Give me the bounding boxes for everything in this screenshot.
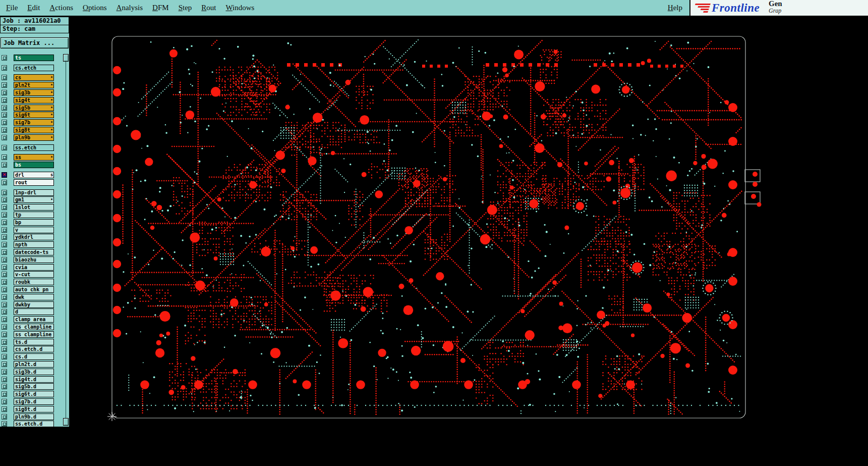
layer-row-sig7b.d[interactable]: sig7b.d	[0, 398, 63, 405]
layer-row-v[interactable]: v	[0, 226, 63, 234]
layer-name-button[interactable]: npth	[14, 241, 54, 248]
layer-row-cs.etch.d[interactable]: cs.etch.d	[0, 345, 63, 353]
layer-name-button[interactable]: ts.d	[14, 339, 54, 345]
layer-name-button[interactable]: tp	[14, 212, 54, 218]
layer-visibility-checkbox[interactable]	[2, 75, 7, 80]
layer-name-button[interactable]: sig5b.d	[14, 383, 54, 390]
layer-visibility-checkbox[interactable]	[2, 105, 7, 111]
layer-row-sig5b.d[interactable]: sig5b.d	[0, 383, 63, 390]
layer-name-button[interactable]: sig4t •	[14, 97, 54, 103]
layer-row-pln9b.d[interactable]: pln9b.d	[0, 413, 63, 421]
menu-item-file[interactable]: File	[6, 0, 18, 16]
layer-row-cs_clampline[interactable]: cs_clampline	[0, 323, 63, 331]
layer-visibility-checkbox[interactable]	[2, 309, 7, 315]
layer-name-button[interactable]: sig6t.d	[14, 391, 54, 397]
layer-row-sig6t[interactable]: sig6t •	[0, 112, 63, 119]
layer-row-ss.etch[interactable]: ss.etch	[0, 144, 63, 151]
layer-name-button[interactable]: sig4t.d	[14, 376, 54, 383]
scrollbar-top-thumb[interactable]	[63, 54, 69, 62]
layer-visibility-checkbox[interactable]	[2, 162, 7, 168]
layer-row-cs.d[interactable]: cs.d	[0, 353, 63, 360]
layer-name-button[interactable]: sig8t.d	[14, 406, 54, 412]
layer-name-button[interactable]: cs •	[14, 74, 54, 81]
layer-name-button[interactable]: drl s	[14, 172, 54, 178]
layer-name-button[interactable]: roubk	[14, 279, 54, 285]
menu-item-actions[interactable]: Actions	[49, 0, 73, 16]
layer-visibility-checkbox[interactable]	[2, 172, 7, 178]
layer-row-v-cut[interactable]: v-cut	[0, 271, 63, 279]
layer-name-button[interactable]: 1slot	[14, 204, 54, 211]
layer-row-ss.etch.d[interactable]: ss.etch.d	[0, 420, 63, 428]
menu-item-options[interactable]: Options	[83, 0, 107, 16]
layer-visibility-checkbox[interactable]	[2, 391, 7, 397]
layer-name-button[interactable]: datecode-ts	[14, 249, 54, 255]
layer-name-button[interactable]: cvia	[14, 264, 54, 271]
layer-name-button[interactable]: ss •	[14, 154, 54, 161]
layer-row-datecode-ts[interactable]: datecode-ts	[0, 248, 63, 256]
layer-row-1np-drl[interactable]: 1np-drl	[0, 189, 63, 196]
layer-name-button[interactable]: ydkdrl	[14, 234, 54, 240]
layer-name-button[interactable]: rout	[14, 179, 54, 186]
layer-row-ts[interactable]: ts	[0, 54, 63, 62]
layer-visibility-checkbox[interactable]	[2, 97, 7, 103]
layer-name-button[interactable]: 1np-drl	[14, 189, 54, 196]
layer-row-cs[interactable]: cs •	[0, 74, 63, 82]
layer-name-button[interactable]: cs.etch	[14, 65, 54, 71]
layer-row-cvia[interactable]: cvia	[0, 264, 63, 271]
layer-row-ss[interactable]: ss •	[0, 154, 63, 162]
layer-row-ydkdrl[interactable]: ydkdrl	[0, 234, 63, 241]
layer-visibility-checkbox[interactable]	[2, 287, 7, 292]
layer-row-pln2t.d[interactable]: pln2t.d	[0, 360, 63, 368]
layer-row-drl[interactable]: drl s	[0, 171, 63, 179]
layer-name-button[interactable]: gm1 •	[14, 196, 54, 203]
layer-name-button[interactable]: pln2t.d	[14, 361, 54, 368]
layer-visibility-checkbox[interactable]	[2, 406, 7, 412]
layer-visibility-checkbox[interactable]	[2, 421, 7, 427]
layer-visibility-checkbox[interactable]	[2, 265, 7, 270]
layer-visibility-checkbox[interactable]	[2, 399, 7, 404]
layer-row-sig6t.d[interactable]: sig6t.d	[0, 390, 63, 398]
layer-visibility-checkbox[interactable]	[2, 294, 7, 300]
layer-name-button[interactable]: dwk	[14, 294, 54, 300]
layer-row-sig4t.d[interactable]: sig4t.d	[0, 376, 63, 383]
layer-visibility-checkbox[interactable]	[2, 220, 7, 225]
menu-item-help[interactable]: Help	[668, 0, 682, 16]
menu-item-windows[interactable]: Windows	[225, 0, 254, 16]
layer-name-button[interactable]: ss_clampline	[14, 331, 54, 338]
layer-name-button[interactable]: pln2t •	[14, 82, 54, 88]
layer-visibility-checkbox[interactable]	[2, 82, 7, 88]
layer-visibility-checkbox[interactable]	[2, 346, 7, 352]
layer-name-button[interactable]: auto_chk_pn	[14, 286, 54, 293]
layer-row-roubk[interactable]: roubk	[0, 278, 63, 286]
layer-name-button[interactable]: pln9b.d	[14, 413, 54, 420]
layer-visibility-checkbox[interactable]	[2, 257, 7, 263]
layer-visibility-checkbox[interactable]	[2, 145, 7, 150]
layer-visibility-checkbox[interactable]	[2, 154, 7, 160]
menu-item-step[interactable]: Step	[179, 0, 192, 16]
layer-visibility-checkbox[interactable]	[2, 227, 7, 233]
layer-visibility-checkbox[interactable]	[2, 55, 7, 61]
layer-row-sig8t[interactable]: sig8t •	[0, 126, 63, 134]
layer-list-scrollbar[interactable]	[63, 54, 69, 426]
layer-name-button[interactable]: sig8t •	[14, 127, 54, 133]
layer-visibility-checkbox[interactable]	[2, 242, 7, 247]
layer-visibility-checkbox[interactable]	[2, 361, 7, 367]
layer-row-npth[interactable]: npth	[0, 241, 63, 248]
menu-item-dfm[interactable]: DFM	[152, 0, 169, 16]
layer-visibility-checkbox[interactable]	[2, 324, 7, 330]
layer-name-button[interactable]: ss.etch	[14, 144, 54, 151]
layer-row-rout[interactable]: rout	[0, 179, 63, 186]
layer-visibility-checkbox[interactable]	[2, 127, 7, 133]
layer-visibility-checkbox[interactable]	[2, 234, 7, 240]
layer-row-dwkby[interactable]: dwkby	[0, 301, 63, 308]
layer-row-sig8t.d[interactable]: sig8t.d	[0, 405, 63, 413]
layer-visibility-checkbox[interactable]	[2, 272, 7, 277]
layer-row-clamp_area[interactable]: clamp_area	[0, 316, 63, 323]
layer-visibility-checkbox[interactable]	[2, 332, 7, 337]
layer-name-button[interactable]: pln9b •	[14, 134, 54, 141]
layer-row-pln9b[interactable]: pln9b •	[0, 134, 63, 141]
layer-row-sig7b[interactable]: sig7b •	[0, 119, 63, 126]
layer-visibility-checkbox[interactable]	[2, 317, 7, 322]
layer-row-d[interactable]: d	[0, 308, 63, 316]
layer-row-bp[interactable]: bp	[0, 219, 63, 226]
